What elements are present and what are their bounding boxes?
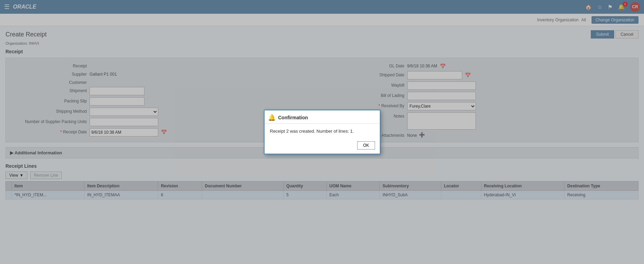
dialog-title: Confirmation	[278, 115, 308, 120]
confirmation-dialog: 🔔 Confirmation Receipt 2 was created. Nu…	[264, 110, 380, 154]
dialog-icon: 🔔	[268, 114, 276, 121]
dialog-body: Receipt 2 was created. Number of lines: …	[265, 124, 380, 139]
dialog-message: Receipt 2 was created. Number of lines: …	[270, 129, 354, 134]
ok-button[interactable]: OK	[357, 141, 375, 150]
dialog-title-bar: 🔔 Confirmation	[265, 110, 380, 124]
modal-overlay: 🔔 Confirmation Receipt 2 was created. Nu…	[0, 0, 644, 204]
dialog-footer: OK	[265, 139, 380, 154]
